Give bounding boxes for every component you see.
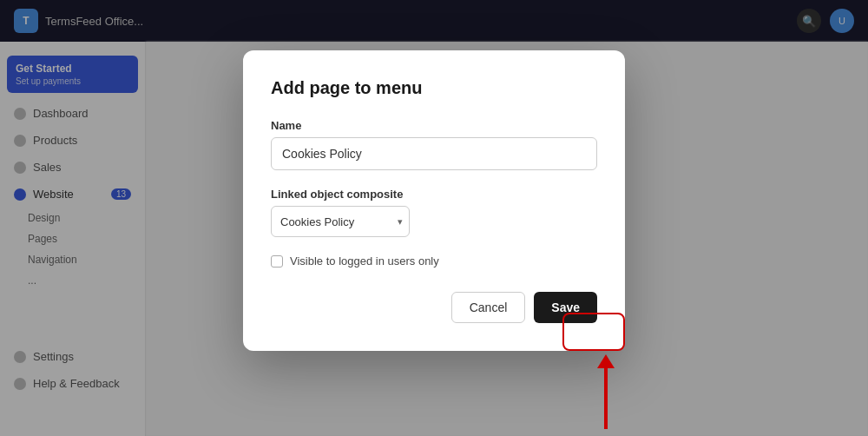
red-arrow <box>597 354 615 429</box>
linked-select-wrap: Cookies Policy Privacy Policy Terms of S… <box>271 206 410 237</box>
arrowhead <box>597 354 615 368</box>
cancel-button[interactable]: Cancel <box>451 292 526 323</box>
name-field-group: Name <box>271 119 597 170</box>
visibility-checkbox-row: Visible to logged in users only <box>271 254 597 268</box>
visibility-checkbox[interactable] <box>271 255 283 268</box>
name-input[interactable] <box>271 137 597 170</box>
modal-container: Add page to menu Name Linked object comp… <box>243 50 625 351</box>
visibility-label: Visible to logged in users only <box>290 254 439 268</box>
modal-actions: Cancel Save <box>271 292 597 323</box>
linked-label: Linked object composite <box>271 188 597 201</box>
save-button[interactable]: Save <box>534 292 597 323</box>
arrow-line <box>604 368 608 429</box>
linked-select[interactable]: Cookies Policy Privacy Policy Terms of S… <box>271 206 410 237</box>
modal: Add page to menu Name Linked object comp… <box>243 50 625 351</box>
linked-object-group: Linked object composite Cookies Policy P… <box>271 188 597 237</box>
name-label: Name <box>271 119 597 132</box>
modal-overlay: Add page to menu Name Linked object comp… <box>0 0 868 436</box>
modal-title: Add page to menu <box>271 78 597 98</box>
